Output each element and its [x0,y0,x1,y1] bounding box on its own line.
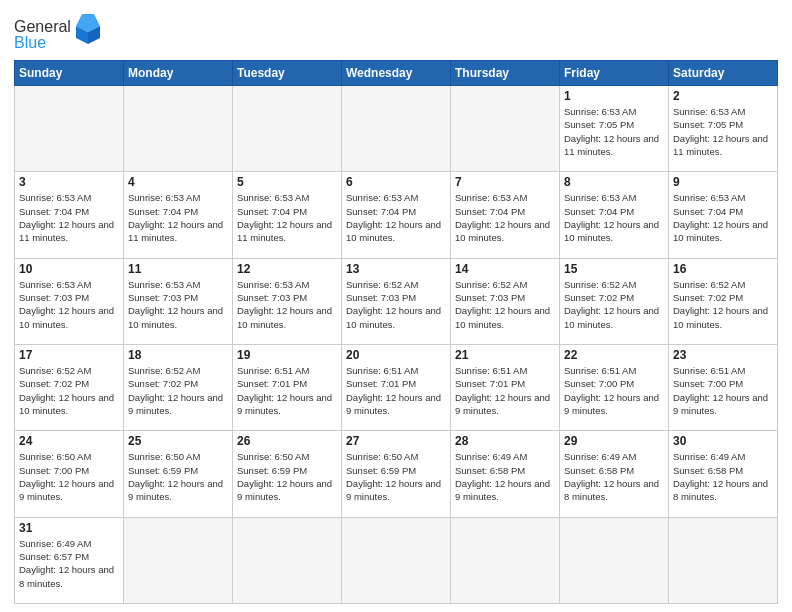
day-number: 26 [237,434,337,448]
calendar-cell [124,86,233,172]
day-info: Sunrise: 6:52 AM Sunset: 7:02 PM Dayligh… [128,364,228,417]
svg-text:General: General [14,18,71,35]
calendar-week-row: 3Sunrise: 6:53 AM Sunset: 7:04 PM Daylig… [15,172,778,258]
calendar-cell: 11Sunrise: 6:53 AM Sunset: 7:03 PM Dayli… [124,258,233,344]
day-info: Sunrise: 6:53 AM Sunset: 7:04 PM Dayligh… [564,191,664,244]
day-info: Sunrise: 6:51 AM Sunset: 7:01 PM Dayligh… [237,364,337,417]
day-info: Sunrise: 6:53 AM Sunset: 7:03 PM Dayligh… [128,278,228,331]
calendar-cell: 4Sunrise: 6:53 AM Sunset: 7:04 PM Daylig… [124,172,233,258]
day-info: Sunrise: 6:51 AM Sunset: 7:00 PM Dayligh… [564,364,664,417]
calendar-cell: 19Sunrise: 6:51 AM Sunset: 7:01 PM Dayli… [233,344,342,430]
day-number: 28 [455,434,555,448]
day-info: Sunrise: 6:50 AM Sunset: 7:00 PM Dayligh… [19,450,119,503]
calendar-cell: 27Sunrise: 6:50 AM Sunset: 6:59 PM Dayli… [342,431,451,517]
day-number: 7 [455,175,555,189]
day-number: 15 [564,262,664,276]
calendar-cell [15,86,124,172]
day-info: Sunrise: 6:52 AM Sunset: 7:03 PM Dayligh… [346,278,446,331]
day-info: Sunrise: 6:50 AM Sunset: 6:59 PM Dayligh… [237,450,337,503]
day-number: 2 [673,89,773,103]
day-of-week-sunday: Sunday [15,61,124,86]
calendar-cell: 5Sunrise: 6:53 AM Sunset: 7:04 PM Daylig… [233,172,342,258]
svg-text:Blue: Blue [14,34,46,51]
day-number: 8 [564,175,664,189]
calendar-cell: 28Sunrise: 6:49 AM Sunset: 6:58 PM Dayli… [451,431,560,517]
calendar-week-row: 24Sunrise: 6:50 AM Sunset: 7:00 PM Dayli… [15,431,778,517]
day-info: Sunrise: 6:52 AM Sunset: 7:02 PM Dayligh… [564,278,664,331]
day-of-week-monday: Monday [124,61,233,86]
calendar-cell: 31Sunrise: 6:49 AM Sunset: 6:57 PM Dayli… [15,517,124,603]
calendar-cell: 8Sunrise: 6:53 AM Sunset: 7:04 PM Daylig… [560,172,669,258]
day-number: 21 [455,348,555,362]
day-info: Sunrise: 6:53 AM Sunset: 7:03 PM Dayligh… [237,278,337,331]
day-number: 18 [128,348,228,362]
day-info: Sunrise: 6:53 AM Sunset: 7:04 PM Dayligh… [237,191,337,244]
logo-svg: General Blue [14,12,104,52]
calendar-cell [451,517,560,603]
calendar-cell: 20Sunrise: 6:51 AM Sunset: 7:01 PM Dayli… [342,344,451,430]
day-info: Sunrise: 6:51 AM Sunset: 7:01 PM Dayligh… [455,364,555,417]
calendar-week-row: 1Sunrise: 6:53 AM Sunset: 7:05 PM Daylig… [15,86,778,172]
day-number: 24 [19,434,119,448]
calendar-cell: 1Sunrise: 6:53 AM Sunset: 7:05 PM Daylig… [560,86,669,172]
calendar-cell: 16Sunrise: 6:52 AM Sunset: 7:02 PM Dayli… [669,258,778,344]
calendar-cell: 15Sunrise: 6:52 AM Sunset: 7:02 PM Dayli… [560,258,669,344]
calendar-cell: 13Sunrise: 6:52 AM Sunset: 7:03 PM Dayli… [342,258,451,344]
calendar-cell [451,86,560,172]
day-info: Sunrise: 6:53 AM Sunset: 7:04 PM Dayligh… [346,191,446,244]
calendar-cell: 24Sunrise: 6:50 AM Sunset: 7:00 PM Dayli… [15,431,124,517]
day-of-week-friday: Friday [560,61,669,86]
day-of-week-tuesday: Tuesday [233,61,342,86]
day-number: 17 [19,348,119,362]
day-number: 13 [346,262,446,276]
calendar-cell [233,86,342,172]
calendar-cell: 2Sunrise: 6:53 AM Sunset: 7:05 PM Daylig… [669,86,778,172]
day-number: 19 [237,348,337,362]
day-info: Sunrise: 6:52 AM Sunset: 7:02 PM Dayligh… [673,278,773,331]
calendar-header-row: SundayMondayTuesdayWednesdayThursdayFrid… [15,61,778,86]
day-info: Sunrise: 6:49 AM Sunset: 6:57 PM Dayligh… [19,537,119,590]
day-number: 6 [346,175,446,189]
calendar-cell: 23Sunrise: 6:51 AM Sunset: 7:00 PM Dayli… [669,344,778,430]
calendar-cell: 17Sunrise: 6:52 AM Sunset: 7:02 PM Dayli… [15,344,124,430]
day-number: 20 [346,348,446,362]
calendar-cell: 26Sunrise: 6:50 AM Sunset: 6:59 PM Dayli… [233,431,342,517]
day-of-week-wednesday: Wednesday [342,61,451,86]
day-number: 1 [564,89,664,103]
day-info: Sunrise: 6:52 AM Sunset: 7:02 PM Dayligh… [19,364,119,417]
day-number: 12 [237,262,337,276]
day-number: 23 [673,348,773,362]
day-number: 4 [128,175,228,189]
day-number: 22 [564,348,664,362]
page: General Blue SundayMondayTuesdayWednesda… [0,0,792,612]
day-number: 3 [19,175,119,189]
day-info: Sunrise: 6:49 AM Sunset: 6:58 PM Dayligh… [455,450,555,503]
day-info: Sunrise: 6:52 AM Sunset: 7:03 PM Dayligh… [455,278,555,331]
logo: General Blue [14,12,104,52]
day-number: 10 [19,262,119,276]
calendar-cell: 3Sunrise: 6:53 AM Sunset: 7:04 PM Daylig… [15,172,124,258]
day-info: Sunrise: 6:53 AM Sunset: 7:04 PM Dayligh… [673,191,773,244]
calendar-cell: 6Sunrise: 6:53 AM Sunset: 7:04 PM Daylig… [342,172,451,258]
day-info: Sunrise: 6:53 AM Sunset: 7:05 PM Dayligh… [673,105,773,158]
calendar-week-row: 17Sunrise: 6:52 AM Sunset: 7:02 PM Dayli… [15,344,778,430]
calendar-cell: 25Sunrise: 6:50 AM Sunset: 6:59 PM Dayli… [124,431,233,517]
calendar-cell: 29Sunrise: 6:49 AM Sunset: 6:58 PM Dayli… [560,431,669,517]
day-number: 31 [19,521,119,535]
calendar-cell [669,517,778,603]
day-info: Sunrise: 6:53 AM Sunset: 7:03 PM Dayligh… [19,278,119,331]
calendar-cell [342,517,451,603]
day-number: 25 [128,434,228,448]
day-number: 5 [237,175,337,189]
calendar-cell: 18Sunrise: 6:52 AM Sunset: 7:02 PM Dayli… [124,344,233,430]
day-number: 30 [673,434,773,448]
day-info: Sunrise: 6:51 AM Sunset: 7:01 PM Dayligh… [346,364,446,417]
calendar-cell: 21Sunrise: 6:51 AM Sunset: 7:01 PM Dayli… [451,344,560,430]
day-info: Sunrise: 6:49 AM Sunset: 6:58 PM Dayligh… [564,450,664,503]
day-info: Sunrise: 6:51 AM Sunset: 7:00 PM Dayligh… [673,364,773,417]
day-number: 9 [673,175,773,189]
calendar-cell: 14Sunrise: 6:52 AM Sunset: 7:03 PM Dayli… [451,258,560,344]
calendar-week-row: 10Sunrise: 6:53 AM Sunset: 7:03 PM Dayli… [15,258,778,344]
day-of-week-thursday: Thursday [451,61,560,86]
calendar-cell [233,517,342,603]
